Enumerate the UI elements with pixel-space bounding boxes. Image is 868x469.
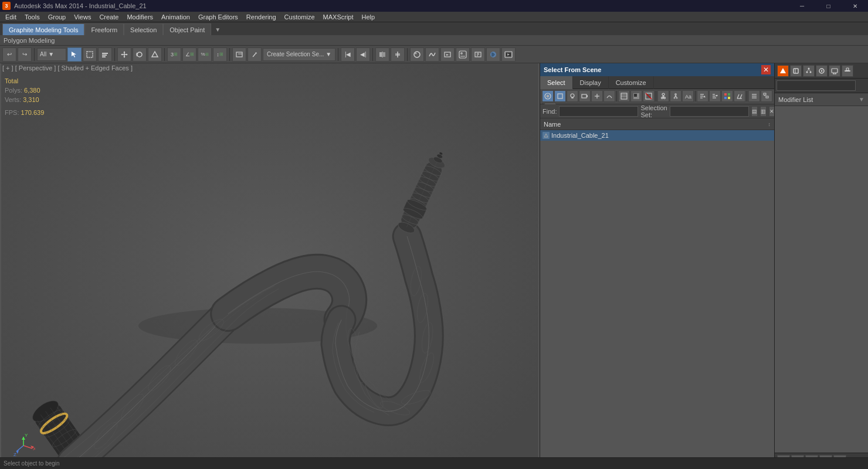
list-view-btn[interactable] xyxy=(748,90,760,102)
close-button[interactable]: ✕ xyxy=(842,0,868,12)
toolbar-redo[interactable]: ↪ xyxy=(18,47,32,62)
move-btn[interactable] xyxy=(117,47,131,62)
svg-point-154 xyxy=(810,71,812,73)
menu-rendering[interactable]: Rendering xyxy=(242,12,280,22)
menu-tools[interactable]: Tools xyxy=(21,12,44,22)
environment-btn[interactable] xyxy=(456,47,470,62)
named-sel-btn[interactable] xyxy=(232,47,246,62)
select-region-btn[interactable] xyxy=(83,47,97,62)
ribbon-tab-objectpaint[interactable]: Object Paint xyxy=(163,23,211,35)
create-selection-dropdown[interactable]: Create Selection Se... ▼ xyxy=(263,48,335,61)
filter-shapes-btn[interactable] xyxy=(554,90,566,102)
snap-3d-btn[interactable]: 3 ⊞ xyxy=(167,47,181,62)
panel-close-button[interactable]: ✕ xyxy=(761,65,771,74)
tab-select[interactable]: Select xyxy=(540,76,573,89)
scene-object-list[interactable]: Industrial_Cable_21 xyxy=(540,130,774,469)
filter-all-btn[interactable] xyxy=(618,90,630,102)
menu-maxscript[interactable]: MAXScript xyxy=(319,12,358,22)
hierarchy-panel-btn[interactable] xyxy=(803,65,815,77)
viewport[interactable]: [ + ] [ Perspective ] [ Shaded + Edged F… xyxy=(0,63,540,469)
sort-by-name-btn[interactable] xyxy=(697,90,708,102)
menu-group[interactable]: Group xyxy=(44,12,70,22)
mirror-btn[interactable] xyxy=(375,47,389,62)
case-sensitive-btn[interactable]: Aa xyxy=(682,90,694,102)
percent-snap-btn[interactable]: % ⊞ xyxy=(198,47,212,62)
paint-btn[interactable] xyxy=(247,47,262,62)
sort-by-size-btn[interactable] xyxy=(734,90,745,102)
find-label: Find: xyxy=(542,108,557,115)
menu-customize[interactable]: Customize xyxy=(280,12,319,22)
hierarchy-view-btn[interactable] xyxy=(761,90,772,102)
menu-animation[interactable]: Animation xyxy=(157,12,194,22)
filter-none-btn[interactable] xyxy=(643,90,655,102)
right-search-input[interactable] xyxy=(777,80,856,91)
filter-helpers-btn[interactable] xyxy=(591,90,603,102)
menu-graph-editors[interactable]: Graph Editors xyxy=(194,12,242,22)
main-area: [ + ] [ Perspective ] [ Shaded + Edged F… xyxy=(0,63,868,469)
menu-edit[interactable]: Edit xyxy=(1,12,21,22)
select-object-btn[interactable] xyxy=(67,47,82,62)
menu-create[interactable]: Create xyxy=(95,12,123,22)
sel-set-load-btn[interactable]: ▤ xyxy=(751,106,758,117)
svg-point-14 xyxy=(255,52,257,54)
filter-cameras-btn[interactable] xyxy=(579,90,591,102)
create-panel-btn[interactable] xyxy=(777,65,789,77)
sort-by-type-btn[interactable] xyxy=(709,90,721,102)
prev-frame-btn[interactable]: ◀| xyxy=(356,47,370,62)
find-row: Find: Selection Set: ▤ ▥ ✕ ▼ xyxy=(540,104,774,118)
filter-lights-btn[interactable] xyxy=(567,90,578,102)
sel-set-save-btn[interactable]: ▥ xyxy=(760,106,767,117)
svg-marker-158 xyxy=(821,70,823,72)
sel-set-input[interactable] xyxy=(670,106,749,117)
vfb-btn[interactable] xyxy=(501,47,516,62)
menu-views[interactable]: Views xyxy=(70,12,95,22)
maximize-button[interactable]: □ xyxy=(815,0,842,12)
select-subtree-btn[interactable] xyxy=(670,90,681,102)
modify-panel-btn[interactable] xyxy=(790,65,802,77)
minimize-button[interactable]: ─ xyxy=(789,0,815,12)
svg-line-115 xyxy=(646,93,652,99)
rotate-btn[interactable] xyxy=(133,47,147,62)
scale-btn[interactable] xyxy=(148,47,162,62)
curve-editor-btn[interactable] xyxy=(425,47,439,62)
menu-help[interactable]: Help xyxy=(358,12,379,22)
material-editor-btn[interactable] xyxy=(410,47,424,62)
ribbon-tab-expand[interactable]: ▼ xyxy=(211,23,224,35)
render-setup-btn[interactable] xyxy=(471,47,485,62)
find-input[interactable] xyxy=(559,106,638,117)
display-panel-btn[interactable] xyxy=(829,65,840,77)
utilities-panel-btn[interactable] xyxy=(842,65,853,77)
spinner-snap-btn[interactable]: ↕ ⊞ xyxy=(213,47,227,62)
panel-header[interactable]: Select From Scene ✕ xyxy=(540,63,774,76)
filter-geometry-btn[interactable] xyxy=(542,90,554,102)
sort-by-color-btn[interactable] xyxy=(721,90,733,102)
activeShade-btn[interactable] xyxy=(486,47,500,62)
track-bar-btn[interactable]: |◀ xyxy=(341,47,355,62)
motion-panel-btn[interactable] xyxy=(816,65,828,77)
svg-marker-9 xyxy=(126,53,128,55)
ribbon-tab-graphite[interactable]: Graphite Modeling Tools xyxy=(2,23,84,35)
svg-text:Y: Y xyxy=(25,434,28,438)
svg-line-156 xyxy=(809,69,811,71)
sep6 xyxy=(372,48,373,61)
tab-display[interactable]: Display xyxy=(573,76,609,89)
menu-modifiers[interactable]: Modifiers xyxy=(123,12,157,22)
filter-invert-btn[interactable] xyxy=(630,90,642,102)
select-by-name-btn[interactable] xyxy=(98,47,112,62)
scene-item-cable[interactable]: Industrial_Cable_21 xyxy=(540,130,774,141)
filter-spacewarps-btn[interactable] xyxy=(603,90,615,102)
panel-title: Select From Scene xyxy=(544,66,601,73)
svg-point-153 xyxy=(806,71,808,73)
toolbar-undo[interactable]: ↩ xyxy=(2,47,16,62)
title-text: Autodesk 3ds Max 2014 - Industrial_Cable… xyxy=(14,2,147,9)
modifier-list-header[interactable]: Modifier List ▼ xyxy=(775,93,868,106)
modifier-content-area xyxy=(775,106,868,453)
display-subtree-btn[interactable] xyxy=(657,90,669,102)
align-btn[interactable] xyxy=(391,47,405,62)
angle-snap-btn[interactable]: ∠ ⊞ xyxy=(182,47,196,62)
ribbon-tab-freeform[interactable]: Freeform xyxy=(84,23,124,35)
render-frame-btn[interactable] xyxy=(440,47,455,62)
selection-filter-dropdown[interactable]: All▼ xyxy=(37,48,66,61)
tab-customize[interactable]: Customize xyxy=(609,76,654,89)
ribbon-tab-selection[interactable]: Selection xyxy=(124,23,163,35)
